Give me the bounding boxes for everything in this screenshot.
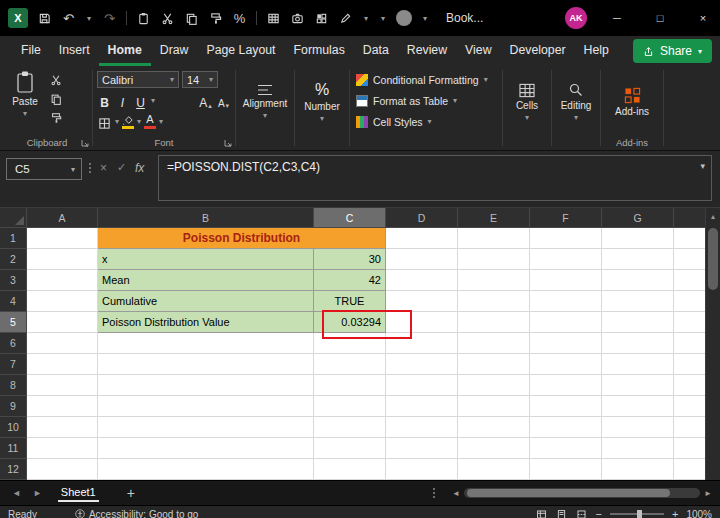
borders-button[interactable] [97, 113, 112, 131]
maximize-button[interactable]: □ [643, 0, 677, 36]
cell-B4[interactable]: Cumulative [98, 291, 314, 312]
format-painter-icon[interactable] [208, 10, 223, 26]
menu-tab-developer[interactable]: Developer [501, 36, 575, 66]
scroll-up-icon[interactable]: ▴ [706, 208, 720, 221]
cell-E6[interactable] [458, 333, 530, 354]
cell-F10[interactable] [530, 417, 602, 438]
cell-A9[interactable] [27, 396, 98, 417]
cell-E10[interactable] [458, 417, 530, 438]
cell-A10[interactable] [27, 417, 98, 438]
page-break-view-icon[interactable] [576, 508, 588, 518]
font-color-dropdown-icon[interactable]: ▾ [159, 117, 163, 126]
excel-logo-icon[interactable]: X [8, 8, 28, 28]
formula-bar-handle[interactable] [89, 163, 91, 173]
column-header-F[interactable]: F [530, 208, 602, 228]
horizontal-scrollbar[interactable]: ◄ ► [452, 487, 712, 499]
draw-dropdown-icon[interactable]: ▾ [362, 10, 370, 26]
zoom-slider[interactable] [610, 513, 664, 515]
zoom-in-button[interactable]: + [672, 508, 678, 518]
cell-B8[interactable] [98, 375, 314, 396]
cell-C12[interactable] [314, 459, 386, 480]
vertical-scroll-thumb[interactable] [708, 228, 718, 290]
cell-A3[interactable] [27, 270, 98, 291]
font-size-select[interactable]: 14▾ [182, 71, 218, 88]
cell-D11[interactable] [386, 438, 458, 459]
sheet-nav-left-icon[interactable]: ◄ [12, 488, 21, 498]
cell-B7[interactable] [98, 354, 314, 375]
cell-B12[interactable] [98, 459, 314, 480]
editing-button[interactable]: Editing ▾ [561, 82, 592, 122]
format-as-table-button[interactable]: Format as Table▾ [356, 91, 502, 110]
column-header-B[interactable]: B [98, 208, 314, 228]
cell-B3[interactable]: Mean [98, 270, 314, 291]
column-header-A[interactable]: A [27, 208, 98, 228]
cell-B6[interactable] [98, 333, 314, 354]
cell-C8[interactable] [314, 375, 386, 396]
underline-dropdown-icon[interactable]: ▾ [151, 96, 155, 105]
bold-button[interactable]: B [97, 92, 112, 110]
cell-C9[interactable] [314, 396, 386, 417]
cell-G7[interactable] [602, 354, 674, 375]
row-header-12[interactable]: 12 [0, 459, 27, 480]
cell-F11[interactable] [530, 438, 602, 459]
column-header-G[interactable]: G [602, 208, 674, 228]
redo-icon[interactable]: ↷ [102, 10, 117, 26]
formula-input[interactable]: =POISSON.DIST(C2,C3,C4) ▾ [158, 155, 712, 201]
cell-G9[interactable] [602, 396, 674, 417]
cell-title-B1[interactable]: Poisson Distribution [98, 228, 386, 249]
cell-B11[interactable] [98, 438, 314, 459]
account-circle-icon[interactable] [396, 10, 412, 26]
cell-D1[interactable] [386, 228, 458, 249]
row-header-4[interactable]: 4 [0, 291, 27, 312]
fill-color-button[interactable] [122, 115, 134, 129]
cell-F3[interactable] [530, 270, 602, 291]
cell-F5[interactable] [530, 312, 602, 333]
column-header-C[interactable]: C [314, 208, 386, 228]
row-header-11[interactable]: 11 [0, 438, 27, 459]
cell-C7[interactable] [314, 354, 386, 375]
cell-F7[interactable] [530, 354, 602, 375]
paste-qat-icon[interactable] [136, 10, 151, 26]
page-layout-view-icon[interactable] [556, 508, 568, 518]
copy-icon[interactable] [184, 10, 199, 26]
cell-G5[interactable] [602, 312, 674, 333]
cell-G3[interactable] [602, 270, 674, 291]
cell-A8[interactable] [27, 375, 98, 396]
account-dropdown-icon[interactable]: ▾ [421, 10, 429, 26]
cell-G2[interactable] [602, 249, 674, 270]
format-painter-button[interactable] [48, 111, 63, 125]
row-header-5[interactable]: 5 [0, 312, 27, 333]
menu-tab-page-layout[interactable]: Page Layout [197, 36, 284, 66]
horizontal-scroll-thumb[interactable] [467, 489, 670, 497]
undo-dropdown-icon[interactable]: ▾ [85, 10, 93, 26]
cell-E5[interactable] [458, 312, 530, 333]
quick-access-more-icon[interactable]: ▾ [379, 10, 387, 26]
horizontal-scroll-track[interactable] [464, 488, 700, 498]
freeze-panes-icon[interactable] [314, 10, 329, 26]
row-header-2[interactable]: 2 [0, 249, 27, 270]
fill-color-dropdown-icon[interactable]: ▾ [137, 117, 141, 126]
cell-F9[interactable] [530, 396, 602, 417]
cell-A11[interactable] [27, 438, 98, 459]
clipboard-dialog-launcher[interactable] [81, 139, 89, 147]
cell-E4[interactable] [458, 291, 530, 312]
conditional-formatting-button[interactable]: Conditional Formatting▾ [356, 70, 502, 89]
zoom-out-button[interactable]: − [596, 508, 602, 518]
cell-F6[interactable] [530, 333, 602, 354]
menu-tab-data[interactable]: Data [354, 36, 398, 66]
menu-tab-draw[interactable]: Draw [151, 36, 198, 66]
vertical-scrollbar[interactable]: ▴ [705, 208, 720, 480]
sheet-nav-right-icon[interactable]: ► [33, 488, 42, 498]
cell-F4[interactable] [530, 291, 602, 312]
cell-A6[interactable] [27, 333, 98, 354]
cell-F12[interactable] [530, 459, 602, 480]
menu-tab-help[interactable]: Help [575, 36, 618, 66]
cell-B5[interactable]: Poisson Distribution Value [98, 312, 314, 333]
underline-button[interactable]: U [133, 92, 148, 110]
menu-tab-view[interactable]: View [456, 36, 500, 66]
cell-B10[interactable] [98, 417, 314, 438]
accessibility-status[interactable]: Accessibility: Good to go [75, 509, 199, 518]
cell-B9[interactable] [98, 396, 314, 417]
cell-A4[interactable] [27, 291, 98, 312]
cell-D7[interactable] [386, 354, 458, 375]
